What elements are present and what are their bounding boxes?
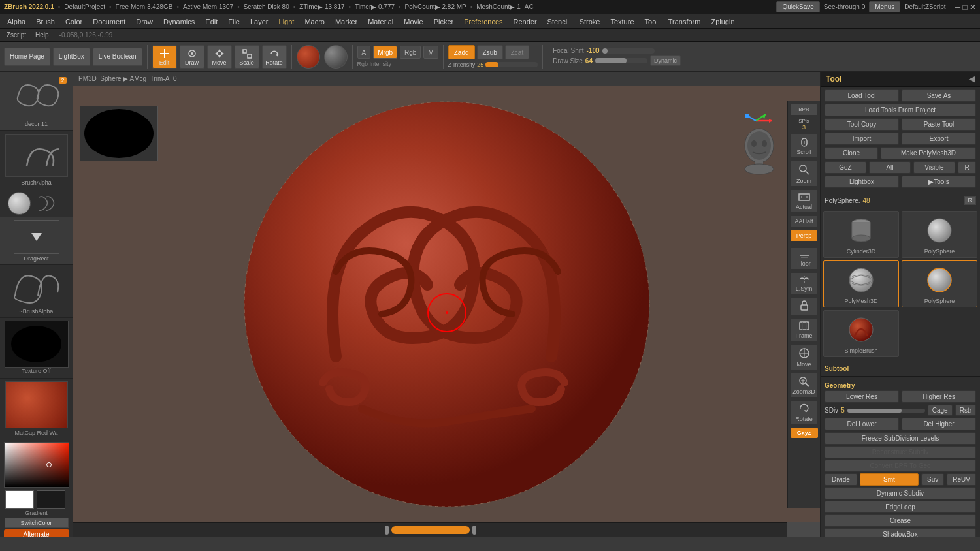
canvas-viewport[interactable]: BPR SPix 3 Scroll Zoom [73, 86, 820, 522]
dynamic-subdiv-button[interactable]: Dynamic Subdiv [825, 487, 976, 499]
cage-button[interactable]: Cage [928, 405, 953, 416]
lightbox-button[interactable]: LightBox [53, 48, 90, 66]
live-boolean-button[interactable]: Live Boolean [93, 48, 142, 66]
cylinder3d-tool[interactable]: Cylinder3D [823, 211, 899, 258]
menu-material[interactable]: Material [363, 16, 398, 27]
del-higher-button[interactable]: Del Higher [902, 418, 976, 430]
rgb-button[interactable]: Rgb [400, 46, 421, 59]
menu-dynamics[interactable]: Dynamics [159, 16, 199, 27]
scroll-handle-right[interactable] [472, 526, 476, 535]
z-intensity-slider[interactable] [485, 62, 538, 67]
lsym-button[interactable]: L.Sym [791, 272, 818, 294]
bpr-render-button[interactable]: BPR [791, 103, 818, 116]
brush-thumbnail[interactable]: 2 [5, 76, 68, 118]
frame-button[interactable]: Frame [791, 318, 818, 341]
dragrect-tool[interactable]: DragRect [0, 217, 73, 265]
brush-selector[interactable]: 2 decor 11 [0, 72, 73, 131]
alternate-button[interactable]: Alternate [4, 529, 69, 537]
menu-render[interactable]: Render [509, 16, 542, 27]
menu-zplugin[interactable]: Zplugin [706, 16, 739, 27]
reuv-button[interactable]: ReUV [947, 473, 976, 486]
see-through[interactable]: See-through 0 [824, 3, 865, 10]
material-sphere-button[interactable] [297, 45, 320, 69]
crease-button[interactable]: Crease [825, 514, 976, 527]
pm3d-sphere[interactable] [8, 192, 31, 215]
polysphere-tool-2[interactable]: PolySphere [902, 260, 977, 307]
rotate3d-button[interactable]: Rotate [791, 400, 818, 425]
menu-layer[interactable]: Layer [246, 16, 273, 27]
menu-color[interactable]: Color [61, 16, 87, 27]
r-button[interactable]: R [958, 161, 976, 174]
menu-brush[interactable]: Brush [31, 16, 59, 27]
reconstruct-subdiv-button[interactable]: Reconstruct Subdiv [825, 446, 976, 458]
lightbox-btn[interactable]: Lightbox [825, 176, 899, 188]
rotate-button[interactable]: Rotate [262, 45, 287, 69]
actual-button[interactable]: Actual [791, 189, 818, 213]
menu-document[interactable]: Document [88, 16, 130, 27]
scroll-handle[interactable] [391, 526, 470, 534]
paste-tool-button[interactable]: Paste Tool [902, 118, 976, 131]
import-button[interactable]: Import [825, 133, 899, 145]
brush-alpha-thumbnail[interactable] [5, 134, 68, 177]
texture-off-button[interactable] [5, 321, 69, 368]
export-button[interactable]: Export [902, 133, 976, 145]
default-zscript[interactable]: DefaultZScript [904, 3, 945, 10]
edge-loop-button[interactable]: EdgeLoop [825, 501, 976, 513]
color-picker[interactable] [4, 442, 69, 488]
home-page-button[interactable]: Home Page [4, 48, 50, 66]
load-from-project-button[interactable]: Load Tools From Project [825, 104, 976, 116]
switch-color-button[interactable]: SwitchColor [5, 518, 69, 528]
second-brush-selector[interactable]: ~BrushAlpha [0, 265, 73, 318]
menu-preferences[interactable]: Preferences [459, 16, 507, 27]
zcat-button[interactable]: Zcat [505, 45, 529, 59]
clay-sphere-button[interactable] [324, 45, 348, 69]
menu-help[interactable]: Help [31, 30, 53, 40]
menu-stroke[interactable]: Stroke [575, 16, 605, 27]
menu-marker[interactable]: Marker [331, 16, 362, 27]
lock-button[interactable] [791, 297, 818, 315]
menu-light[interactable]: Light [274, 16, 299, 27]
bottom-scrollbar[interactable] [73, 522, 787, 537]
freeze-subdiv-button[interactable]: Freeze SubDivision Levels [825, 432, 976, 445]
scroll-handle-left[interactable] [385, 526, 389, 535]
menu-alpha[interactable]: Alpha [3, 16, 30, 27]
m-button[interactable]: M [423, 46, 438, 59]
white-color-swatch[interactable] [5, 490, 34, 509]
alpha-button[interactable]: A [357, 46, 371, 59]
menu-edit[interactable]: Edit [201, 16, 222, 27]
poly-r-button[interactable]: R [964, 196, 977, 205]
menu-stencil[interactable]: Stencil [543, 16, 574, 27]
material-button[interactable] [5, 381, 68, 428]
del-lower-button[interactable]: Del Lower [825, 418, 899, 430]
menu-transform[interactable]: Transform [664, 16, 706, 27]
shadow-box-button[interactable]: ShadowBox [825, 528, 976, 537]
clone-button[interactable]: Clone [825, 147, 878, 159]
quicksave-button[interactable]: QuickSave [776, 1, 819, 12]
menu-file[interactable]: File [223, 16, 244, 27]
scroll-button[interactable]: Scroll [791, 133, 818, 158]
floor-button[interactable]: Floor [791, 247, 818, 270]
simplebrush-tool[interactable]: SimpleBrush [823, 310, 899, 357]
smt-button[interactable]: Smt [860, 473, 919, 486]
move3d-button[interactable]: Move [791, 344, 818, 370]
dynamic-button[interactable]: Dynamic [650, 55, 681, 66]
polysphere-tool-1[interactable]: PolySphere [902, 211, 977, 258]
make-polymesh3d-button[interactable]: Make PolyMesh3D [881, 147, 976, 159]
rstr-button[interactable]: Rstr [955, 405, 976, 416]
menu-movie[interactable]: Movie [399, 16, 427, 27]
menu-texture[interactable]: Texture [606, 16, 638, 27]
menu-draw[interactable]: Draw [131, 16, 157, 27]
goz-button[interactable]: GoZ [825, 161, 866, 174]
right-panel-collapse[interactable]: ◀ [969, 74, 975, 84]
focal-shift-slider[interactable] [602, 48, 655, 54]
gxyz-button[interactable]: Gxyz [791, 428, 818, 438]
zsub-button[interactable]: Zsub [477, 45, 503, 59]
divide-button[interactable]: Divide [825, 473, 857, 486]
lower-res-button[interactable]: Lower Res [825, 390, 899, 403]
suv-button[interactable]: Suv [921, 473, 944, 486]
load-tool-button[interactable]: Load Tool [825, 89, 899, 102]
second-brush-thumbnail[interactable] [5, 268, 68, 307]
all-button[interactable]: All [869, 161, 911, 174]
black-color-swatch[interactable] [37, 490, 65, 509]
polymesh3d-tool[interactable]: PolyMesh3D [823, 260, 899, 307]
